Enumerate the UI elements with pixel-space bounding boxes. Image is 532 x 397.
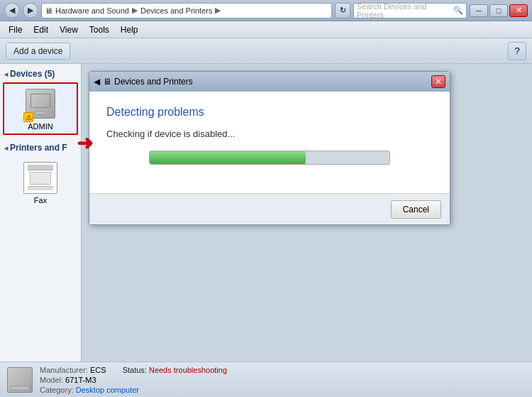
admin-device-label: ADMIN: [28, 122, 52, 131]
status-line3: Category: Desktop computer: [40, 386, 227, 394]
dialog-back-btn[interactable]: ◀: [94, 77, 100, 87]
status-device-icon: [7, 367, 33, 393]
category-value: Desktop computer: [76, 386, 139, 394]
search-icon: 🔍: [453, 6, 463, 15]
troubleshoot-dialog: ◀ 🖥 Devices and Printers ✕ Detecting pro…: [89, 71, 450, 225]
search-bar[interactable]: Search Devices and Printers 🔍: [353, 3, 467, 18]
dialog-title-bar: ◀ 🖥 Devices and Printers ✕: [89, 72, 450, 92]
dialog-title-text: Devices and Printers: [114, 77, 193, 87]
admin-device-icon: ⚠: [23, 87, 57, 121]
menu-file[interactable]: File: [3, 23, 28, 36]
printers-section-label: Printers and F: [10, 143, 67, 153]
forward-button[interactable]: ▶: [23, 3, 38, 18]
breadcrumb-text2: Devices and Printers: [140, 6, 213, 15]
fax-device-label: Fax: [34, 196, 47, 205]
menu-bar: File Edit View Tools Help: [0, 21, 532, 38]
status-line2: Model: 671T-M3: [40, 376, 227, 384]
model-value: 671T-M3: [65, 376, 96, 384]
devices-section-label: Devices (5): [10, 69, 55, 79]
address-bar[interactable]: 🖥 Hardware and Sound ▶ Devices and Print…: [41, 3, 332, 18]
minimize-button[interactable]: ─: [470, 4, 488, 17]
main-layout: ◂ Devices (5) ⚠ ADMIN ◂ Printers and F: [0, 64, 532, 361]
add-device-button[interactable]: Add a device: [6, 43, 70, 60]
progress-bar-container: [149, 151, 390, 165]
refresh-button[interactable]: ↻: [335, 3, 350, 18]
title-bar-left: ◀ ▶ 🖥 Hardware and Sound ▶ Devices and P…: [4, 3, 467, 18]
status-bar: Manufacturer: ECS Status: Needs troubles…: [0, 361, 532, 397]
dialog-footer: Cancel: [89, 193, 450, 224]
dialog-heading: Detecting problems: [106, 106, 433, 119]
admin-device-item[interactable]: ⚠ ADMIN: [3, 82, 78, 135]
back-button[interactable]: ◀: [4, 3, 20, 18]
dialog-close-button[interactable]: ✕: [431, 75, 445, 88]
search-placeholder: Search Devices and Printers: [357, 2, 450, 19]
printers-section-header[interactable]: ◂ Printers and F: [0, 141, 81, 155]
left-panel: ◂ Devices (5) ⚠ ADMIN ◂ Printers and F: [0, 64, 82, 361]
fax-shape: [23, 162, 57, 194]
devices-section-header[interactable]: ◂ Devices (5): [0, 67, 81, 81]
arrow-indicator: ➜: [77, 131, 93, 155]
dialog-title-left: ◀ 🖥 Devices and Printers: [94, 77, 193, 87]
dialog-content: Detecting problems Checking if device is…: [89, 92, 450, 193]
toolbar: Add a device ?: [0, 38, 532, 64]
model-label: Model:: [40, 376, 63, 384]
manufacturer-label: Manufacturer:: [40, 366, 88, 374]
breadcrumb-text1: Hardware and Sound: [55, 6, 129, 15]
menu-help[interactable]: Help: [115, 23, 144, 36]
help-icon[interactable]: ?: [508, 42, 526, 60]
dialog-status-text: Checking if device is disabled...: [106, 129, 433, 139]
breadcrumb-sep1: ▶: [132, 6, 138, 15]
warning-badge: ⚠: [23, 112, 33, 122]
right-panel: ◀ 🖥 Devices and Printers ✕ Detecting pro…: [82, 64, 532, 361]
folder-icon: 🖥: [45, 6, 52, 15]
menu-edit[interactable]: Edit: [28, 23, 54, 36]
devices-arrow: ◂: [4, 70, 8, 78]
title-bar: ◀ ▶ 🖥 Hardware and Sound ▶ Devices and P…: [0, 0, 532, 21]
status-info: Manufacturer: ECS Status: Needs troubles…: [40, 366, 227, 394]
cancel-button[interactable]: Cancel: [391, 200, 441, 219]
fax-device-item[interactable]: Fax: [3, 156, 78, 209]
window-controls: ─ □ ✕: [470, 4, 528, 17]
menu-view[interactable]: View: [54, 23, 84, 36]
dialog-folder-icon: 🖥: [103, 77, 111, 87]
status-label: Status:: [123, 366, 147, 374]
maximize-button[interactable]: □: [489, 4, 508, 17]
breadcrumb-sep2: ▶: [215, 6, 221, 15]
toolbar-extra: ?: [508, 42, 526, 60]
status-line1: Manufacturer: ECS Status: Needs troubles…: [40, 366, 227, 374]
printers-arrow: ◂: [4, 144, 8, 152]
menu-tools[interactable]: Tools: [84, 23, 115, 36]
status-value: Needs troubleshooting: [149, 366, 227, 374]
progress-bar-fill: [150, 151, 306, 164]
manufacturer-value: ECS: [90, 366, 106, 374]
close-button[interactable]: ✕: [509, 4, 528, 17]
category-label: Category:: [40, 386, 74, 394]
fax-device-icon: [23, 161, 57, 195]
